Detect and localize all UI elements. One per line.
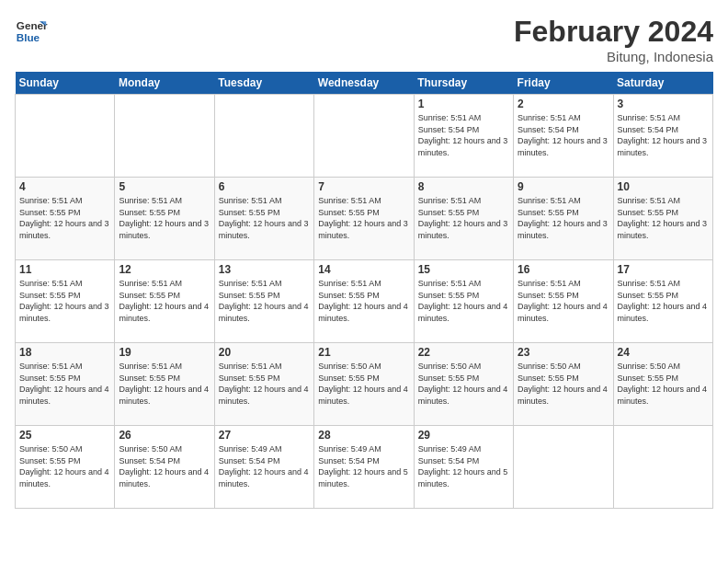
month-title: February 2024	[514, 15, 713, 49]
day-info: Sunrise: 5:50 AMSunset: 5:55 PMDaylight:…	[19, 443, 110, 489]
calendar-cell: 20Sunrise: 5:51 AMSunset: 5:55 PMDayligh…	[214, 343, 313, 426]
day-info: Sunrise: 5:51 AMSunset: 5:55 PMDaylight:…	[219, 195, 310, 241]
calendar-cell: 23Sunrise: 5:50 AMSunset: 5:55 PMDayligh…	[514, 343, 613, 426]
calendar-cell	[16, 95, 115, 178]
day-info: Sunrise: 5:49 AMSunset: 5:54 PMDaylight:…	[318, 443, 409, 489]
calendar-cell: 13Sunrise: 5:51 AMSunset: 5:55 PMDayligh…	[214, 260, 313, 343]
day-number: 13	[219, 263, 310, 276]
day-number: 29	[418, 429, 509, 442]
calendar-cell	[214, 95, 313, 178]
calendar-cell: 6Sunrise: 5:51 AMSunset: 5:55 PMDaylight…	[214, 178, 313, 260]
calendar-cell: 27Sunrise: 5:49 AMSunset: 5:54 PMDayligh…	[214, 426, 313, 509]
calendar-cell: 1Sunrise: 5:51 AMSunset: 5:54 PMDaylight…	[414, 95, 513, 178]
calendar-cell	[514, 426, 613, 509]
calendar-cell: 28Sunrise: 5:49 AMSunset: 5:54 PMDayligh…	[314, 426, 414, 509]
day-number: 5	[119, 180, 210, 193]
day-number: 14	[318, 263, 409, 276]
calendar-cell: 15Sunrise: 5:51 AMSunset: 5:55 PMDayligh…	[414, 260, 513, 343]
column-header-wednesday: Wednesday	[314, 72, 414, 95]
day-number: 7	[318, 180, 409, 193]
calendar-cell: 9Sunrise: 5:51 AMSunset: 5:55 PMDaylight…	[514, 178, 613, 260]
day-number: 19	[119, 346, 210, 359]
day-number: 17	[618, 263, 709, 276]
day-info: Sunrise: 5:51 AMSunset: 5:55 PMDaylight:…	[618, 278, 709, 324]
calendar-cell: 12Sunrise: 5:51 AMSunset: 5:55 PMDayligh…	[115, 260, 214, 343]
calendar-week-2: 11Sunrise: 5:51 AMSunset: 5:55 PMDayligh…	[16, 260, 713, 343]
day-number: 25	[19, 429, 110, 442]
day-number: 9	[518, 180, 609, 193]
day-number: 28	[318, 429, 409, 442]
column-header-friday: Friday	[514, 72, 613, 95]
day-number: 16	[518, 263, 609, 276]
day-info: Sunrise: 5:50 AMSunset: 5:55 PMDaylight:…	[518, 361, 609, 407]
day-info: Sunrise: 5:51 AMSunset: 5:55 PMDaylight:…	[219, 278, 310, 324]
day-info: Sunrise: 5:51 AMSunset: 5:55 PMDaylight:…	[318, 278, 409, 324]
day-number: 6	[219, 180, 310, 193]
calendar-cell: 3Sunrise: 5:51 AMSunset: 5:54 PMDaylight…	[613, 95, 712, 178]
day-info: Sunrise: 5:51 AMSunset: 5:55 PMDaylight:…	[418, 195, 509, 241]
calendar-cell: 17Sunrise: 5:51 AMSunset: 5:55 PMDayligh…	[613, 260, 712, 343]
day-number: 26	[119, 429, 210, 442]
calendar-cell	[314, 95, 414, 178]
column-header-thursday: Thursday	[414, 72, 513, 95]
calendar-cell: 24Sunrise: 5:50 AMSunset: 5:55 PMDayligh…	[613, 343, 712, 426]
day-info: Sunrise: 5:51 AMSunset: 5:55 PMDaylight:…	[119, 195, 210, 241]
day-number: 12	[119, 263, 210, 276]
day-number: 18	[19, 346, 110, 359]
day-info: Sunrise: 5:51 AMSunset: 5:55 PMDaylight:…	[119, 278, 210, 324]
day-number: 15	[418, 263, 509, 276]
calendar-cell	[613, 426, 712, 509]
calendar-cell: 22Sunrise: 5:50 AMSunset: 5:55 PMDayligh…	[414, 343, 513, 426]
logo: General Blue	[15, 15, 48, 48]
day-info: Sunrise: 5:49 AMSunset: 5:54 PMDaylight:…	[219, 443, 310, 489]
calendar-cell: 19Sunrise: 5:51 AMSunset: 5:55 PMDayligh…	[115, 343, 214, 426]
day-number: 3	[618, 98, 709, 110]
day-number: 10	[618, 180, 709, 193]
day-number: 22	[418, 346, 509, 359]
day-info: Sunrise: 5:51 AMSunset: 5:55 PMDaylight:…	[618, 195, 709, 241]
calendar-week-4: 25Sunrise: 5:50 AMSunset: 5:55 PMDayligh…	[16, 426, 713, 509]
day-info: Sunrise: 5:51 AMSunset: 5:54 PMDaylight:…	[518, 112, 609, 158]
day-info: Sunrise: 5:51 AMSunset: 5:54 PMDaylight:…	[418, 112, 509, 158]
column-header-monday: Monday	[115, 72, 214, 95]
day-info: Sunrise: 5:51 AMSunset: 5:55 PMDaylight:…	[518, 195, 609, 241]
calendar-cell: 11Sunrise: 5:51 AMSunset: 5:55 PMDayligh…	[16, 260, 115, 343]
calendar-cell: 7Sunrise: 5:51 AMSunset: 5:55 PMDaylight…	[314, 178, 414, 260]
svg-text:Blue: Blue	[17, 31, 40, 43]
day-info: Sunrise: 5:49 AMSunset: 5:54 PMDaylight:…	[418, 443, 509, 489]
day-number: 8	[418, 180, 509, 193]
calendar-cell: 21Sunrise: 5:50 AMSunset: 5:55 PMDayligh…	[314, 343, 414, 426]
column-header-tuesday: Tuesday	[214, 72, 313, 95]
day-number: 1	[418, 98, 509, 110]
day-number: 24	[618, 346, 709, 359]
day-info: Sunrise: 5:51 AMSunset: 5:55 PMDaylight:…	[19, 195, 110, 241]
calendar-cell: 26Sunrise: 5:50 AMSunset: 5:54 PMDayligh…	[115, 426, 214, 509]
day-info: Sunrise: 5:51 AMSunset: 5:55 PMDaylight:…	[318, 195, 409, 241]
header: General Blue February 2024 Bitung, Indon…	[15, 15, 713, 64]
calendar-cell: 29Sunrise: 5:49 AMSunset: 5:54 PMDayligh…	[414, 426, 513, 509]
column-header-saturday: Saturday	[613, 72, 712, 95]
day-info: Sunrise: 5:51 AMSunset: 5:55 PMDaylight:…	[518, 278, 609, 324]
calendar-cell: 5Sunrise: 5:51 AMSunset: 5:55 PMDaylight…	[115, 178, 214, 260]
column-header-sunday: Sunday	[16, 72, 115, 95]
calendar-cell: 10Sunrise: 5:51 AMSunset: 5:55 PMDayligh…	[613, 178, 712, 260]
day-info: Sunrise: 5:50 AMSunset: 5:55 PMDaylight:…	[618, 361, 709, 407]
svg-text:General: General	[17, 19, 48, 31]
day-info: Sunrise: 5:50 AMSunset: 5:55 PMDaylight:…	[418, 361, 509, 407]
day-number: 27	[219, 429, 310, 442]
calendar-cell: 16Sunrise: 5:51 AMSunset: 5:55 PMDayligh…	[514, 260, 613, 343]
calendar-cell: 4Sunrise: 5:51 AMSunset: 5:55 PMDaylight…	[16, 178, 115, 260]
day-number: 20	[219, 346, 310, 359]
calendar-table: SundayMondayTuesdayWednesdayThursdayFrid…	[15, 72, 713, 509]
calendar-cell: 25Sunrise: 5:50 AMSunset: 5:55 PMDayligh…	[16, 426, 115, 509]
day-info: Sunrise: 5:51 AMSunset: 5:55 PMDaylight:…	[418, 278, 509, 324]
calendar-cell	[115, 95, 214, 178]
calendar-week-0: 1Sunrise: 5:51 AMSunset: 5:54 PMDaylight…	[16, 95, 713, 178]
day-info: Sunrise: 5:51 AMSunset: 5:55 PMDaylight:…	[119, 361, 210, 407]
day-number: 21	[318, 346, 409, 359]
calendar-cell: 8Sunrise: 5:51 AMSunset: 5:55 PMDaylight…	[414, 178, 513, 260]
day-info: Sunrise: 5:51 AMSunset: 5:55 PMDaylight:…	[219, 361, 310, 407]
calendar-cell: 14Sunrise: 5:51 AMSunset: 5:55 PMDayligh…	[314, 260, 414, 343]
day-info: Sunrise: 5:51 AMSunset: 5:54 PMDaylight:…	[618, 112, 709, 158]
location-title: Bitung, Indonesia	[514, 49, 713, 64]
